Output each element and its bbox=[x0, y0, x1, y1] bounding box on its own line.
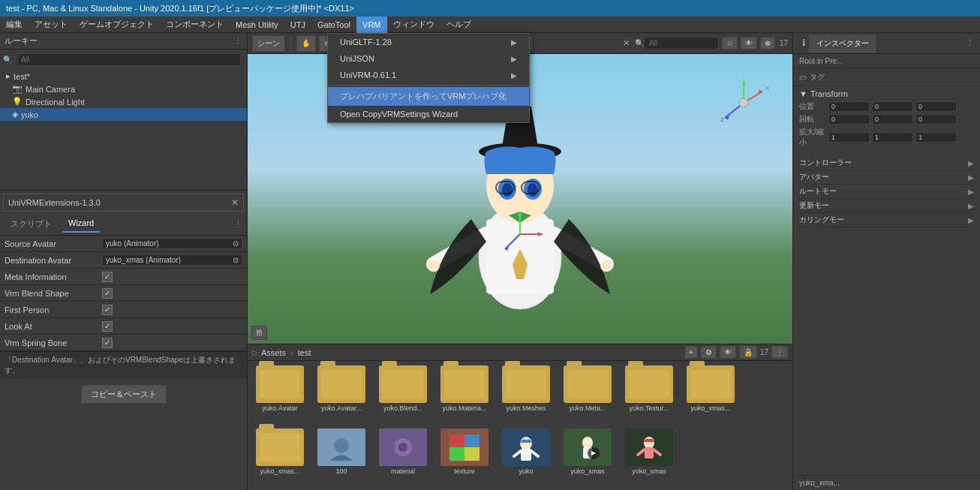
scene-tab[interactable]: シーン bbox=[252, 35, 285, 52]
wizard-panel: スクリプト Wizard ⋮ Source Avatar yuko (Anima… bbox=[0, 215, 247, 490]
menu-gameobject[interactable]: ゲームオブジェクト bbox=[74, 17, 160, 33]
destination-avatar-value[interactable]: yuko_xmas (Animator) ⊙ bbox=[102, 254, 242, 266]
wizard-more-icon[interactable]: ⋮ bbox=[234, 220, 242, 230]
menu-help[interactable]: ヘルプ bbox=[440, 17, 477, 33]
hierarchy-item-yuko[interactable]: ◈ yuko bbox=[0, 108, 247, 121]
position-z-input[interactable] bbox=[915, 101, 957, 112]
svg-marker-28 bbox=[518, 212, 522, 216]
copy-paste-button[interactable]: コピー＆ペースト bbox=[81, 385, 167, 404]
component-expand-icon[interactable]: ▶ bbox=[968, 216, 974, 224]
menu-mesh-utility[interactable]: Mesh Utility bbox=[230, 17, 284, 33]
source-avatar-label: Source Avatar bbox=[5, 239, 102, 248]
assets-create-btn[interactable]: + bbox=[684, 346, 698, 359]
meta-information-checkbox[interactable] bbox=[102, 272, 113, 282]
dropdown-make-prefab[interactable]: プレハブバリアントを作ってVRMプレハブ化 bbox=[328, 87, 529, 106]
camera-icon: 📷 bbox=[12, 84, 23, 94]
tab-inspector[interactable]: インスペクター bbox=[809, 35, 877, 53]
list-item[interactable]: yuko bbox=[497, 427, 555, 487]
list-item[interactable]: yuko.Meta... bbox=[558, 364, 617, 424]
assets-settings-btn[interactable]: ⚙ bbox=[701, 346, 717, 359]
component-row-2: ルートモー ▶ bbox=[799, 185, 974, 199]
right-panel-bottom: yuko_xma... bbox=[793, 475, 980, 490]
assets-eye-btn[interactable]: 👁 bbox=[720, 346, 736, 359]
folder-icon bbox=[256, 365, 304, 403]
list-item[interactable]: material bbox=[374, 427, 432, 487]
scene-search-input[interactable] bbox=[644, 37, 719, 50]
rotation-z-input[interactable] bbox=[915, 114, 957, 125]
menu-vrm[interactable]: VRM bbox=[356, 17, 386, 33]
scale-y-input[interactable] bbox=[872, 132, 913, 143]
delete-icon[interactable]: ✕ bbox=[623, 38, 630, 48]
list-item[interactable]: yuko_xmas bbox=[620, 427, 678, 487]
look-at-checkbox[interactable] bbox=[102, 321, 113, 332]
hierarchy-more-icon[interactable]: ⋮ bbox=[234, 36, 242, 46]
folder-icon bbox=[625, 365, 673, 403]
component-expand-icon[interactable]: ▶ bbox=[968, 202, 974, 210]
arrow-icon: ▶ bbox=[511, 38, 517, 47]
list-item[interactable]: yuko_xmas... bbox=[681, 364, 740, 424]
menu-assets[interactable]: アセット bbox=[29, 17, 74, 33]
list-item[interactable]: yuko.Materia... bbox=[435, 364, 494, 424]
assets-lock-btn[interactable]: 🔒 bbox=[739, 346, 757, 359]
menu-gato-tool[interactable]: GatoTool bbox=[311, 17, 356, 33]
svg-line-29 bbox=[505, 234, 520, 249]
inspector-header: ℹ インスペクター ⋮ bbox=[793, 33, 980, 54]
list-item[interactable]: texture bbox=[435, 427, 494, 487]
dropdown-unigltf[interactable]: UniGLTF-1.28 ▶ bbox=[328, 34, 529, 50]
list-item[interactable]: yuko.Blend... bbox=[374, 364, 432, 424]
rotation-x-input[interactable] bbox=[828, 114, 870, 125]
assets-more-btn[interactable]: ⋮ bbox=[771, 346, 788, 359]
blend-shape-checkbox[interactable] bbox=[102, 288, 113, 299]
svg-rect-39 bbox=[521, 449, 531, 461]
first-person-checkbox[interactable] bbox=[102, 305, 113, 315]
hierarchy-search-input[interactable] bbox=[17, 53, 241, 66]
tab-script[interactable]: スクリプト bbox=[5, 217, 58, 233]
thumbnail-texture bbox=[440, 428, 488, 466]
scale-x-input[interactable] bbox=[828, 132, 870, 143]
list-item[interactable]: yuko.Avatar... bbox=[312, 364, 371, 424]
hierarchy-header: ルーキー ⋮ bbox=[0, 33, 247, 50]
component-expand-icon[interactable]: ▶ bbox=[968, 173, 974, 182]
menu-window[interactable]: ウィンドウ bbox=[387, 17, 440, 33]
hierarchy-item-test[interactable]: ▸ test* bbox=[0, 70, 247, 83]
list-item[interactable]: yuko.Avatar bbox=[251, 364, 309, 424]
position-x-input[interactable] bbox=[828, 101, 870, 112]
mesh-icon: ◈ bbox=[12, 110, 18, 119]
inspector-more-icon[interactable]: ⋮ bbox=[966, 38, 974, 48]
list-item[interactable]: yuko_xmas... bbox=[251, 427, 309, 487]
scene-persp-btn[interactable]: 拾 bbox=[251, 326, 267, 340]
position-y-input[interactable] bbox=[872, 101, 913, 112]
folder-icon bbox=[564, 365, 612, 403]
svg-point-9 bbox=[502, 183, 513, 197]
fav-btn[interactable]: ☆ bbox=[722, 37, 738, 50]
inspector-icon: ℹ bbox=[799, 35, 809, 53]
light-icon: 💡 bbox=[12, 97, 23, 107]
first-person-row: First Person bbox=[0, 302, 247, 318]
inspector-tabs: ℹ インスペクター bbox=[799, 35, 966, 53]
rotation-y-input[interactable] bbox=[872, 114, 913, 125]
menu-edit[interactable]: 編集 bbox=[0, 17, 29, 33]
extensions-close-button[interactable]: ✕ bbox=[231, 197, 239, 208]
hierarchy-item-light[interactable]: 💡 Directional Light bbox=[0, 95, 247, 108]
tab-wizard[interactable]: Wizard bbox=[62, 217, 100, 233]
hierarchy-item-camera[interactable]: 📷 Main Camera bbox=[0, 83, 247, 95]
menu-component[interactable]: コンポーネント bbox=[160, 17, 230, 33]
component-expand-icon[interactable]: ▶ bbox=[968, 159, 974, 167]
list-item[interactable]: yuko.Textur... bbox=[620, 364, 678, 424]
source-avatar-value[interactable]: yuko (Animator) ⊙ bbox=[102, 238, 242, 249]
hand-tool[interactable]: ✋ bbox=[296, 35, 316, 52]
dropdown-open-copy[interactable]: Open CopyVRMSettings Wizard bbox=[328, 106, 529, 122]
dropdown-univrm[interactable]: UniVRM-0.61.1 ▶ bbox=[328, 67, 529, 83]
list-item[interactable]: yuko.Meshes bbox=[497, 364, 555, 424]
menu-utj[interactable]: UTJ bbox=[284, 17, 311, 33]
scale-z-input[interactable] bbox=[915, 132, 957, 143]
position-row: 位置 bbox=[799, 101, 974, 112]
list-item[interactable]: 100 bbox=[312, 427, 371, 487]
eye-btn[interactable]: 👁 bbox=[741, 37, 757, 50]
spring-bone-checkbox[interactable] bbox=[102, 338, 113, 348]
component-expand-icon[interactable]: ▶ bbox=[968, 188, 974, 196]
lock-btn[interactable]: ⊕ bbox=[760, 37, 775, 50]
dropdown-unijson[interactable]: UniJSON ▶ bbox=[328, 50, 529, 67]
transform-collapse-icon[interactable]: ▼ bbox=[799, 89, 807, 98]
list-item[interactable]: yuko_xmas bbox=[558, 427, 617, 487]
